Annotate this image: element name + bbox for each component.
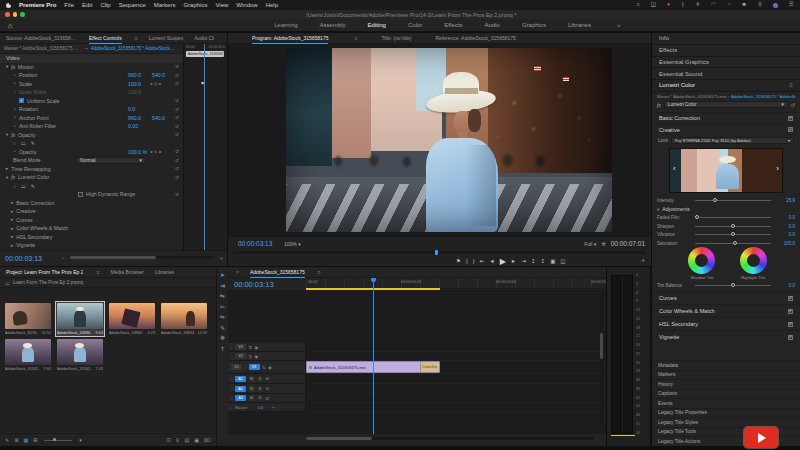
lock-icon[interactable]: ▫ [231, 345, 233, 350]
antiflicker-row[interactable]: ◔ Anti-flicker Filter 0.00 ↺ [0, 122, 183, 131]
track-v1-header[interactable]: V1 ▫ V1 ⇅ ◉ [228, 361, 306, 374]
stopwatch-icon[interactable]: ◔ [13, 149, 16, 154]
slider-value[interactable]: 0.0 [775, 232, 795, 237]
icon-view-button[interactable]: ▦ [23, 437, 28, 443]
settings-wrench-icon[interactable]: ⚒ [601, 241, 605, 247]
master-track-header[interactable]: ▫ Master 0.0 ⇿ [228, 403, 306, 412]
lift-button[interactable]: ↥ [531, 258, 536, 264]
panel-header-row[interactable]: Legacy Title Styles [652, 417, 800, 427]
lock-icon[interactable]: ▫ [231, 386, 233, 391]
mute-button[interactable]: M [249, 386, 255, 392]
hand-tool[interactable]: ✥ [220, 335, 225, 341]
reset-effect-icon[interactable]: ↺ [791, 102, 795, 108]
expand-icon[interactable]: ▸ [11, 226, 13, 231]
tab-sequence[interactable]: AdobeStock_315658175 [250, 269, 305, 275]
adjustment-slider[interactable] [695, 234, 771, 235]
lumetri-subsection-row[interactable]: ▸ Vignette [0, 241, 183, 250]
master-track-lane[interactable] [306, 403, 606, 412]
workspace-tab[interactable]: Effects [444, 22, 462, 28]
pen-mask-icon[interactable]: ✎ [31, 183, 35, 189]
track-select-forward-tool[interactable]: ⇉ [220, 283, 225, 289]
apple-menu-icon[interactable] [6, 3, 11, 8]
master-gain-value[interactable]: 0.0 [258, 405, 264, 410]
pen-mask-icon[interactable]: ✎ [31, 140, 35, 146]
panel-header-effects[interactable]: Effects [652, 45, 800, 57]
bluetooth-icon[interactable]: ᛒ [681, 2, 684, 8]
play-button[interactable]: ▶ [500, 257, 506, 266]
transition-clip[interactable]: Cross Dis [420, 362, 439, 372]
slider-knob[interactable] [731, 232, 735, 236]
scale-value[interactable]: 100.0 [128, 81, 141, 87]
scale-width-row[interactable]: ◔ Scale Width 100.0 [0, 88, 183, 97]
workspace-tab[interactable]: Libraries [568, 22, 591, 28]
slider-value[interactable]: 0.0 [775, 215, 795, 220]
next-keyframe-icon[interactable]: ▸ [159, 81, 161, 86]
collapse-icon[interactable]: ▾ [6, 64, 8, 69]
expand-icon[interactable]: ▸ [11, 200, 13, 205]
position-row[interactable]: ◔ Position 960.0 540.0 ↺ [0, 71, 183, 80]
track-a2-badge[interactable]: A2 [235, 386, 246, 392]
program-timecode[interactable]: 00:00:03:13 [238, 240, 272, 247]
reset-param-icon[interactable]: ↺ [175, 124, 179, 129]
slider-knob[interactable] [731, 224, 735, 228]
tab-project[interactable]: Project: Learn From The Pros Ep 2 [6, 269, 83, 275]
look-preview[interactable]: ‹ › [669, 148, 783, 193]
track-a1-header[interactable]: ▫ A1 M S Ψ [228, 374, 306, 384]
hdr-row[interactable]: High Dynamic Range ↺ [0, 190, 183, 199]
panel-header-essential-graphics[interactable]: Essential Graphics [652, 57, 800, 69]
clip-name[interactable]: AdobeStock_31565.. [57, 367, 92, 371]
collapse-icon[interactable]: ▸ [6, 166, 8, 171]
position-y-value[interactable]: 540.0 [152, 72, 165, 78]
project-item[interactable]: AdobeStock_30886.. 9:03 [56, 302, 104, 336]
track-a1-lane[interactable] [306, 374, 606, 384]
slider-value[interactable]: 0.0 [775, 283, 795, 288]
automate-to-sequence-button[interactable]: ⊡ [167, 437, 171, 443]
workspace-tab[interactable]: Assembly [320, 22, 346, 28]
track-v3-header[interactable]: ▫ V3 ⇅ ◉ [228, 343, 306, 352]
expand-icon[interactable]: ▸ [11, 234, 13, 239]
playback-resolution-dropdown[interactable]: Full ▾ [584, 241, 596, 247]
tab-lumetri-scopes[interactable]: Lumetri Scopes [149, 35, 184, 41]
reset-effect-icon[interactable]: ↺ [175, 166, 179, 171]
track-v3-badge[interactable]: V3 [235, 344, 246, 350]
sort-icons-dropdown[interactable]: ▾ [79, 437, 82, 443]
comparison-view-button[interactable]: ◫ [560, 258, 565, 264]
stopwatch-icon[interactable]: ◔ [13, 73, 16, 78]
reset-param-icon[interactable]: ↺ [175, 107, 179, 112]
mic-icon[interactable]: Ψ [266, 376, 270, 381]
rect-mask-icon[interactable]: ▭ [21, 183, 26, 189]
project-item[interactable]: AdobeStock_N294.. 21:52 [4, 302, 52, 336]
panel-menu-icon[interactable]: ≡ [354, 35, 357, 41]
sync-lock-icon[interactable]: ⇅ [262, 365, 266, 370]
basic-correction-checkbox[interactable]: ✓ [788, 116, 793, 121]
expand-icon[interactable]: ▸ [11, 243, 13, 248]
panel-header-row[interactable]: Markers [652, 370, 800, 380]
slider-knob[interactable] [731, 283, 735, 287]
prev-keyframe-icon[interactable]: ◂ [150, 81, 152, 86]
next-keyframe-icon[interactable]: ▸ [159, 149, 161, 154]
scrubber-playhead[interactable] [435, 250, 438, 255]
collapse-icon[interactable]: ▾ [657, 207, 659, 212]
track-v2-lane[interactable] [306, 352, 606, 361]
reset-effect-icon[interactable]: ↺ [175, 64, 179, 69]
track-v3-lane[interactable] [306, 343, 606, 352]
list-view-button[interactable]: ≣ [14, 437, 18, 443]
tab-program-monitor[interactable]: Program: AdobeStock_315658175 [252, 35, 328, 41]
control-center-icon[interactable]: ☰ [789, 2, 794, 8]
adjustment-slider[interactable] [695, 243, 771, 244]
add-keyframe-icon[interactable]: ◇ [154, 149, 157, 154]
clip-name[interactable]: AdobeStock_33893.. [161, 331, 196, 335]
timeline-vertical-scrollbar[interactable] [600, 293, 603, 425]
track-v2-header[interactable]: ▫ V2 ⇅ ◉ [228, 352, 306, 361]
uniform-scale-checkbox[interactable]: ✓ [19, 98, 24, 103]
reset-param-icon[interactable]: ↺ [175, 98, 179, 103]
extract-button[interactable]: ↧ [541, 258, 546, 264]
workspace-overflow-icon[interactable]: » [617, 22, 620, 28]
panel-menu-icon[interactable]: ≡ [96, 269, 99, 275]
lumetri-subsection-row[interactable]: ▸ HSL Secondary [0, 233, 183, 242]
project-item[interactable]: AdobeStock_33860.. 4:23 [108, 302, 156, 336]
panel-header-info[interactable]: Info [652, 33, 800, 45]
prev-keyframe-icon[interactable]: ◂ [150, 149, 152, 154]
motion-effect-row[interactable]: ▾ fx Motion ↺ [0, 63, 183, 72]
display-icon[interactable]: ⌗ [637, 2, 640, 8]
